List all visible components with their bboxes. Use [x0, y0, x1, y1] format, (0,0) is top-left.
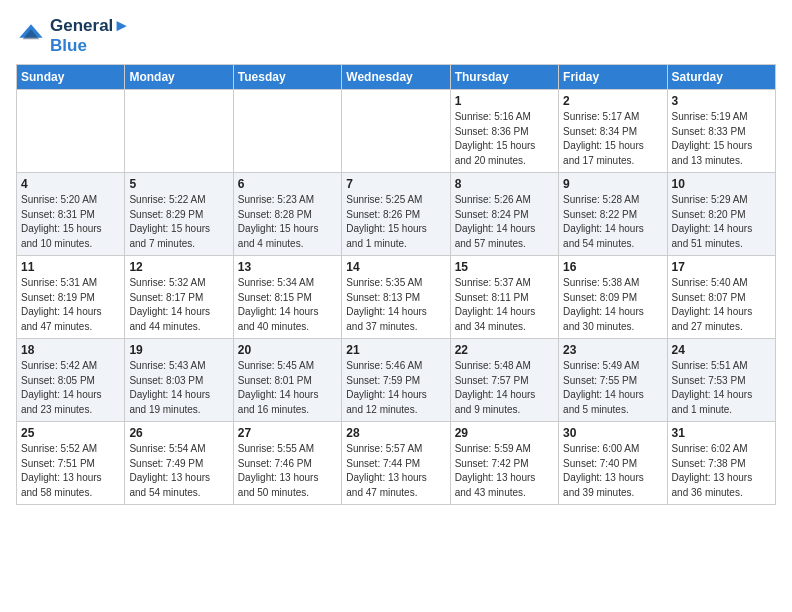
- calendar-cell: 22Sunrise: 5:48 AM Sunset: 7:57 PM Dayli…: [450, 339, 558, 422]
- day-number: 2: [563, 94, 662, 108]
- page-header: General► Blue: [16, 16, 776, 56]
- weekday-header-monday: Monday: [125, 65, 233, 90]
- logo: General► Blue: [16, 16, 130, 56]
- day-info: Sunrise: 5:38 AM Sunset: 8:09 PM Dayligh…: [563, 276, 662, 334]
- day-info: Sunrise: 6:00 AM Sunset: 7:40 PM Dayligh…: [563, 442, 662, 500]
- day-number: 18: [21, 343, 120, 357]
- weekday-header-tuesday: Tuesday: [233, 65, 341, 90]
- day-number: 15: [455, 260, 554, 274]
- calendar-cell: 29Sunrise: 5:59 AM Sunset: 7:42 PM Dayli…: [450, 422, 558, 505]
- calendar-cell: 23Sunrise: 5:49 AM Sunset: 7:55 PM Dayli…: [559, 339, 667, 422]
- day-info: Sunrise: 5:57 AM Sunset: 7:44 PM Dayligh…: [346, 442, 445, 500]
- day-number: 16: [563, 260, 662, 274]
- day-info: Sunrise: 5:29 AM Sunset: 8:20 PM Dayligh…: [672, 193, 771, 251]
- calendar-cell: 27Sunrise: 5:55 AM Sunset: 7:46 PM Dayli…: [233, 422, 341, 505]
- day-info: Sunrise: 5:45 AM Sunset: 8:01 PM Dayligh…: [238, 359, 337, 417]
- calendar-cell: 11Sunrise: 5:31 AM Sunset: 8:19 PM Dayli…: [17, 256, 125, 339]
- calendar-cell: 24Sunrise: 5:51 AM Sunset: 7:53 PM Dayli…: [667, 339, 775, 422]
- calendar-cell: 2Sunrise: 5:17 AM Sunset: 8:34 PM Daylig…: [559, 90, 667, 173]
- day-info: Sunrise: 5:35 AM Sunset: 8:13 PM Dayligh…: [346, 276, 445, 334]
- day-number: 11: [21, 260, 120, 274]
- day-info: Sunrise: 5:51 AM Sunset: 7:53 PM Dayligh…: [672, 359, 771, 417]
- day-info: Sunrise: 5:43 AM Sunset: 8:03 PM Dayligh…: [129, 359, 228, 417]
- day-number: 9: [563, 177, 662, 191]
- calendar-cell: 16Sunrise: 5:38 AM Sunset: 8:09 PM Dayli…: [559, 256, 667, 339]
- day-number: 7: [346, 177, 445, 191]
- calendar-cell: 5Sunrise: 5:22 AM Sunset: 8:29 PM Daylig…: [125, 173, 233, 256]
- day-number: 3: [672, 94, 771, 108]
- calendar-cell: [17, 90, 125, 173]
- calendar-table: SundayMondayTuesdayWednesdayThursdayFrid…: [16, 64, 776, 505]
- day-number: 17: [672, 260, 771, 274]
- calendar-cell: 1Sunrise: 5:16 AM Sunset: 8:36 PM Daylig…: [450, 90, 558, 173]
- day-number: 10: [672, 177, 771, 191]
- calendar-cell: 9Sunrise: 5:28 AM Sunset: 8:22 PM Daylig…: [559, 173, 667, 256]
- day-info: Sunrise: 5:19 AM Sunset: 8:33 PM Dayligh…: [672, 110, 771, 168]
- day-info: Sunrise: 5:28 AM Sunset: 8:22 PM Dayligh…: [563, 193, 662, 251]
- day-number: 6: [238, 177, 337, 191]
- day-number: 25: [21, 426, 120, 440]
- day-number: 22: [455, 343, 554, 357]
- day-number: 1: [455, 94, 554, 108]
- day-info: Sunrise: 5:59 AM Sunset: 7:42 PM Dayligh…: [455, 442, 554, 500]
- weekday-header-wednesday: Wednesday: [342, 65, 450, 90]
- calendar-cell: [342, 90, 450, 173]
- day-info: Sunrise: 5:22 AM Sunset: 8:29 PM Dayligh…: [129, 193, 228, 251]
- day-info: Sunrise: 5:48 AM Sunset: 7:57 PM Dayligh…: [455, 359, 554, 417]
- weekday-header-friday: Friday: [559, 65, 667, 90]
- day-info: Sunrise: 6:02 AM Sunset: 7:38 PM Dayligh…: [672, 442, 771, 500]
- calendar-cell: 12Sunrise: 5:32 AM Sunset: 8:17 PM Dayli…: [125, 256, 233, 339]
- day-number: 30: [563, 426, 662, 440]
- calendar-cell: 18Sunrise: 5:42 AM Sunset: 8:05 PM Dayli…: [17, 339, 125, 422]
- calendar-cell: [125, 90, 233, 173]
- calendar-cell: 8Sunrise: 5:26 AM Sunset: 8:24 PM Daylig…: [450, 173, 558, 256]
- calendar-cell: 25Sunrise: 5:52 AM Sunset: 7:51 PM Dayli…: [17, 422, 125, 505]
- weekday-header-thursday: Thursday: [450, 65, 558, 90]
- day-info: Sunrise: 5:42 AM Sunset: 8:05 PM Dayligh…: [21, 359, 120, 417]
- day-number: 31: [672, 426, 771, 440]
- calendar-cell: 28Sunrise: 5:57 AM Sunset: 7:44 PM Dayli…: [342, 422, 450, 505]
- day-info: Sunrise: 5:31 AM Sunset: 8:19 PM Dayligh…: [21, 276, 120, 334]
- day-number: 19: [129, 343, 228, 357]
- calendar-cell: 10Sunrise: 5:29 AM Sunset: 8:20 PM Dayli…: [667, 173, 775, 256]
- calendar-cell: 31Sunrise: 6:02 AM Sunset: 7:38 PM Dayli…: [667, 422, 775, 505]
- day-number: 12: [129, 260, 228, 274]
- day-info: Sunrise: 5:34 AM Sunset: 8:15 PM Dayligh…: [238, 276, 337, 334]
- calendar-cell: 17Sunrise: 5:40 AM Sunset: 8:07 PM Dayli…: [667, 256, 775, 339]
- day-info: Sunrise: 5:40 AM Sunset: 8:07 PM Dayligh…: [672, 276, 771, 334]
- day-number: 8: [455, 177, 554, 191]
- calendar-cell: 3Sunrise: 5:19 AM Sunset: 8:33 PM Daylig…: [667, 90, 775, 173]
- calendar-cell: 19Sunrise: 5:43 AM Sunset: 8:03 PM Dayli…: [125, 339, 233, 422]
- day-number: 24: [672, 343, 771, 357]
- weekday-header-sunday: Sunday: [17, 65, 125, 90]
- day-number: 26: [129, 426, 228, 440]
- day-info: Sunrise: 5:49 AM Sunset: 7:55 PM Dayligh…: [563, 359, 662, 417]
- day-info: Sunrise: 5:23 AM Sunset: 8:28 PM Dayligh…: [238, 193, 337, 251]
- day-number: 5: [129, 177, 228, 191]
- day-info: Sunrise: 5:55 AM Sunset: 7:46 PM Dayligh…: [238, 442, 337, 500]
- calendar-cell: 21Sunrise: 5:46 AM Sunset: 7:59 PM Dayli…: [342, 339, 450, 422]
- calendar-cell: 13Sunrise: 5:34 AM Sunset: 8:15 PM Dayli…: [233, 256, 341, 339]
- weekday-header-saturday: Saturday: [667, 65, 775, 90]
- day-info: Sunrise: 5:54 AM Sunset: 7:49 PM Dayligh…: [129, 442, 228, 500]
- logo-text: General► Blue: [50, 16, 130, 56]
- day-number: 27: [238, 426, 337, 440]
- day-number: 4: [21, 177, 120, 191]
- day-number: 14: [346, 260, 445, 274]
- day-info: Sunrise: 5:20 AM Sunset: 8:31 PM Dayligh…: [21, 193, 120, 251]
- day-info: Sunrise: 5:26 AM Sunset: 8:24 PM Dayligh…: [455, 193, 554, 251]
- day-info: Sunrise: 5:37 AM Sunset: 8:11 PM Dayligh…: [455, 276, 554, 334]
- day-number: 28: [346, 426, 445, 440]
- calendar-cell: 20Sunrise: 5:45 AM Sunset: 8:01 PM Dayli…: [233, 339, 341, 422]
- day-number: 13: [238, 260, 337, 274]
- calendar-cell: 15Sunrise: 5:37 AM Sunset: 8:11 PM Dayli…: [450, 256, 558, 339]
- logo-icon: [16, 21, 46, 51]
- calendar-cell: 26Sunrise: 5:54 AM Sunset: 7:49 PM Dayli…: [125, 422, 233, 505]
- day-number: 29: [455, 426, 554, 440]
- day-info: Sunrise: 5:16 AM Sunset: 8:36 PM Dayligh…: [455, 110, 554, 168]
- day-info: Sunrise: 5:32 AM Sunset: 8:17 PM Dayligh…: [129, 276, 228, 334]
- day-number: 23: [563, 343, 662, 357]
- calendar-cell: 4Sunrise: 5:20 AM Sunset: 8:31 PM Daylig…: [17, 173, 125, 256]
- day-number: 20: [238, 343, 337, 357]
- day-number: 21: [346, 343, 445, 357]
